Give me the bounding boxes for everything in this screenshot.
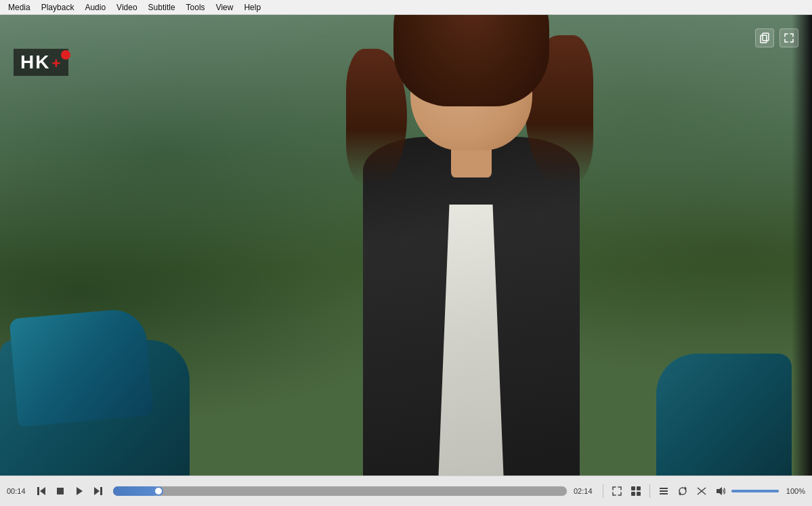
volume-icon <box>715 486 726 497</box>
controls-bar: 00:14 02:14 <box>0 476 812 506</box>
video-container: HK+ <box>0 15 812 476</box>
channel-logo: HK+ <box>14 49 68 76</box>
svg-marker-5 <box>77 487 83 495</box>
fullscreen-icon <box>612 486 622 497</box>
pillar-right <box>792 15 812 476</box>
random-button[interactable] <box>693 483 710 499</box>
menu-help[interactable]: Help <box>238 1 266 14</box>
expand-overlay-button[interactable] <box>779 28 798 47</box>
progress-fill <box>113 486 158 496</box>
volume-fill <box>731 490 779 492</box>
copy-overlay-button[interactable] <box>755 28 774 47</box>
next-icon <box>93 486 104 497</box>
svg-rect-14 <box>660 493 668 494</box>
playlist-button[interactable] <box>656 483 672 499</box>
svg-rect-0 <box>761 35 767 43</box>
channel-logo-plus: + <box>51 55 62 72</box>
loop-button[interactable] <box>675 483 691 499</box>
svg-marker-19 <box>717 487 722 495</box>
copy-icon <box>759 33 770 43</box>
playlist-icon <box>658 486 669 497</box>
play-icon <box>74 486 85 497</box>
expand-icon <box>784 33 794 43</box>
svg-marker-6 <box>94 487 100 495</box>
svg-rect-7 <box>100 487 102 495</box>
prev-button[interactable] <box>33 483 49 499</box>
svg-rect-4 <box>57 488 64 494</box>
menu-playback[interactable]: Playback <box>36 1 80 14</box>
separator-1 <box>603 484 603 498</box>
time-total: 02:14 <box>574 487 597 495</box>
stop-icon <box>55 486 66 497</box>
svg-rect-3 <box>37 487 39 495</box>
menu-tools[interactable]: Tools <box>181 1 211 14</box>
zoom-label: 100% <box>782 487 805 495</box>
person <box>309 42 634 476</box>
sofa-cushion <box>9 308 153 427</box>
menu-bar: Media Playback Audio Video Subtitle Tool… <box>0 0 812 15</box>
progress-bar[interactable] <box>113 486 567 496</box>
sofa-right <box>656 354 792 476</box>
random-icon <box>696 486 707 497</box>
menu-view[interactable]: View <box>211 1 239 14</box>
channel-logo-text: HK <box>20 51 50 72</box>
progress-track <box>113 486 567 496</box>
video-overlay-icons <box>755 28 798 47</box>
loop-icon <box>677 486 688 497</box>
svg-rect-9 <box>637 486 641 490</box>
svg-rect-8 <box>631 486 635 490</box>
svg-rect-11 <box>637 492 641 496</box>
svg-rect-10 <box>631 492 635 496</box>
video-scene: HK+ <box>0 15 812 476</box>
channel-logo-box: HK+ <box>14 49 68 76</box>
fullscreen-button[interactable] <box>609 483 625 499</box>
volume-control: 100% <box>712 483 805 499</box>
extended-icon <box>631 486 641 497</box>
menu-media[interactable]: Media <box>3 1 36 14</box>
menu-subtitle[interactable]: Subtitle <box>143 1 181 14</box>
next-button[interactable] <box>90 483 106 499</box>
menu-video[interactable]: Video <box>111 1 142 14</box>
person-hair-top <box>393 15 549 106</box>
menu-audio[interactable]: Audio <box>79 1 111 14</box>
svg-rect-12 <box>660 488 668 489</box>
svg-rect-1 <box>763 33 769 41</box>
stop-button[interactable] <box>52 483 68 499</box>
extended-panel-button[interactable] <box>628 483 644 499</box>
volume-icon-button[interactable] <box>712 483 729 499</box>
svg-rect-13 <box>660 490 668 492</box>
progress-thumb[interactable] <box>154 486 163 496</box>
separator-2 <box>649 484 650 498</box>
svg-marker-2 <box>40 487 45 495</box>
volume-slider[interactable] <box>731 490 779 492</box>
time-current: 00:14 <box>7 487 30 495</box>
prev-icon <box>36 486 47 497</box>
play-button[interactable] <box>71 483 87 499</box>
